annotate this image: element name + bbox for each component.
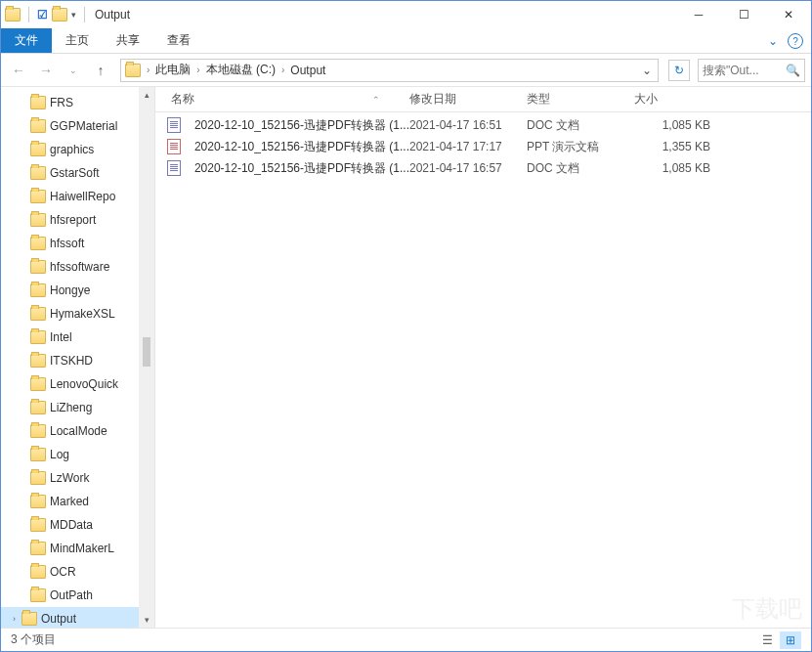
folder-icon [30, 565, 46, 579]
sidebar-item-label: graphics [50, 143, 94, 156]
help-icon[interactable]: ? [788, 33, 803, 49]
address-dropdown-icon[interactable]: ⌄ [638, 64, 656, 77]
breadcrumb[interactable]: Output [286, 64, 329, 77]
status-bar: 3 个项目 ☰ ⊞ [1, 628, 811, 651]
chevron-right-icon: › [13, 614, 16, 624]
back-button[interactable]: ← [7, 59, 30, 82]
sidebar-item-frs[interactable]: FRS [1, 91, 154, 114]
sidebar-item-label: OutPath [50, 588, 93, 602]
folder-icon [5, 8, 21, 22]
file-row[interactable]: 2020-12-10_152156-迅捷PDF转换器 (1...2021-04-… [155, 114, 811, 136]
chevron-right-icon[interactable]: › [145, 65, 151, 75]
sidebar-item-graphics[interactable]: graphics [1, 138, 154, 161]
maximize-button[interactable]: ☐ [721, 1, 766, 28]
sidebar-item-haiwellrepo[interactable]: HaiwellRepo [1, 185, 154, 208]
sidebar-item-label: hfssoftware [50, 260, 109, 274]
file-row[interactable]: 2020-12-10_152156-迅捷PDF转换器 (1...2021-04-… [155, 136, 811, 157]
file-row[interactable]: 2020-12-10_152156-迅捷PDF转换器 (1...2021-04-… [155, 157, 811, 179]
folder-icon [30, 237, 46, 250]
ribbon-expand-icon[interactable]: ⌄ [758, 28, 788, 53]
folder-icon [30, 542, 46, 555]
breadcrumb[interactable]: 本地磁盘 (C:) [202, 62, 279, 78]
sidebar-item-label: OCR [50, 565, 76, 579]
up-button[interactable]: ↑ [89, 59, 112, 82]
scroll-up-icon[interactable]: ▴ [139, 87, 154, 103]
close-button[interactable]: ✕ [766, 1, 811, 28]
sidebar-item-lizheng[interactable]: LiZheng [1, 396, 154, 419]
breadcrumb[interactable]: 此电脑 [151, 62, 194, 78]
view-details-button[interactable]: ☰ [756, 631, 778, 649]
folder-icon [30, 190, 46, 203]
sidebar-item-gstarsoft[interactable]: GstarSoft [1, 161, 154, 185]
sidebar-item-hfsreport[interactable]: hfsreport [1, 208, 154, 232]
folder-icon [30, 424, 46, 438]
folder-icon[interactable] [52, 8, 67, 22]
scroll-thumb[interactable] [143, 337, 150, 367]
qat-checkbox-icon[interactable]: ☑ [37, 8, 48, 22]
sidebar-item-hfssoft[interactable]: hfssoft [1, 232, 154, 255]
file-list[interactable]: 2020-12-10_152156-迅捷PDF转换器 (1...2021-04-… [155, 112, 811, 628]
sort-indicator-icon: ⌃ [372, 95, 380, 105]
navigation-bar: ← → ⌄ ↑ › 此电脑 › 本地磁盘 (C:) › Output ⌄ ↻ 🔍 [1, 54, 811, 87]
sidebar-item-hfssoftware[interactable]: hfssoftware [1, 255, 154, 279]
sidebar-item-lzwork[interactable]: LzWork [1, 466, 154, 490]
qat-customize-icon[interactable]: ▾ [71, 10, 76, 20]
search-box[interactable]: 🔍 [698, 59, 805, 82]
column-header-size[interactable]: 大小 [634, 91, 722, 108]
sidebar-item-itskhd[interactable]: ITSKHD [1, 349, 154, 372]
tab-share[interactable]: 共享 [103, 28, 153, 53]
sidebar-item-intel[interactable]: Intel [1, 326, 154, 349]
refresh-button[interactable]: ↻ [668, 60, 690, 81]
sidebar-item-label: Log [50, 448, 69, 461]
forward-button[interactable]: → [34, 59, 58, 82]
tab-view[interactable]: 查看 [153, 28, 204, 53]
folder-icon [30, 213, 46, 227]
sidebar-item-ocr[interactable]: OCR [1, 560, 154, 584]
folder-icon [30, 471, 46, 485]
file-type: PPT 演示文稿 [527, 139, 634, 155]
sidebar-item-mindmakerl[interactable]: MindMakerL [1, 537, 154, 560]
sidebar-item-log[interactable]: Log [1, 443, 154, 466]
scrollbar[interactable]: ▴ ▾ [139, 87, 154, 628]
folder-icon [30, 283, 46, 297]
file-name: 2020-12-10_152156-迅捷PDF转换器 (1... [194, 139, 409, 155]
sidebar-item-label: GGPMaterial [50, 119, 117, 133]
sidebar-item-marked[interactable]: Marked [1, 490, 154, 513]
file-name: 2020-12-10_152156-迅捷PDF转换器 (1... [194, 117, 409, 134]
folder-icon [30, 401, 46, 414]
sidebar-item-hymakexsl[interactable]: HymakeXSL [1, 302, 154, 326]
sidebar-item-label: HaiwellRepo [50, 190, 115, 203]
address-bar[interactable]: › 此电脑 › 本地磁盘 (C:) › Output ⌄ [120, 59, 659, 82]
sidebar-item-mddata[interactable]: MDData [1, 513, 154, 537]
sidebar-item-label: hfssoft [50, 237, 84, 250]
sidebar-item-output[interactable]: ›Output [1, 607, 154, 628]
view-icons-button[interactable]: ⊞ [780, 631, 801, 649]
file-date: 2021-04-17 16:57 [409, 161, 527, 175]
file-name: 2020-12-10_152156-迅捷PDF转换器 (1... [194, 160, 409, 177]
sidebar-item-outpath[interactable]: OutPath [1, 584, 154, 607]
history-dropdown-icon[interactable]: ⌄ [62, 59, 85, 82]
folder-icon [30, 518, 46, 532]
doc-file-icon [167, 117, 181, 133]
column-header-name[interactable]: 名称⌃ [155, 91, 409, 108]
sidebar-item-ggpmaterial[interactable]: GGPMaterial [1, 114, 154, 138]
sidebar-item-hongye[interactable]: Hongye [1, 279, 154, 302]
sidebar-item-label: LocalMode [50, 424, 107, 438]
search-input[interactable] [703, 64, 771, 77]
folder-icon [30, 354, 46, 368]
tab-file[interactable]: 文件 [1, 28, 52, 53]
file-date: 2021-04-17 16:51 [409, 118, 527, 132]
navigation-tree[interactable]: FRSGGPMaterialgraphicsGstarSoftHaiwellRe… [1, 87, 155, 628]
sidebar-item-label: MDData [50, 518, 93, 532]
chevron-right-icon[interactable]: › [279, 65, 286, 75]
sidebar-item-localmode[interactable]: LocalMode [1, 419, 154, 443]
scroll-down-icon[interactable]: ▾ [139, 612, 154, 628]
minimize-button[interactable]: ─ [676, 1, 721, 28]
sidebar-item-lenovoquick[interactable]: LenovoQuick [1, 372, 154, 396]
column-header-type[interactable]: 类型 [527, 91, 634, 108]
chevron-right-icon[interactable]: › [194, 65, 201, 75]
column-header-date[interactable]: 修改日期 [409, 91, 527, 108]
folder-icon [30, 166, 46, 180]
tab-home[interactable]: 主页 [52, 28, 103, 53]
search-icon[interactable]: 🔍 [786, 64, 800, 77]
